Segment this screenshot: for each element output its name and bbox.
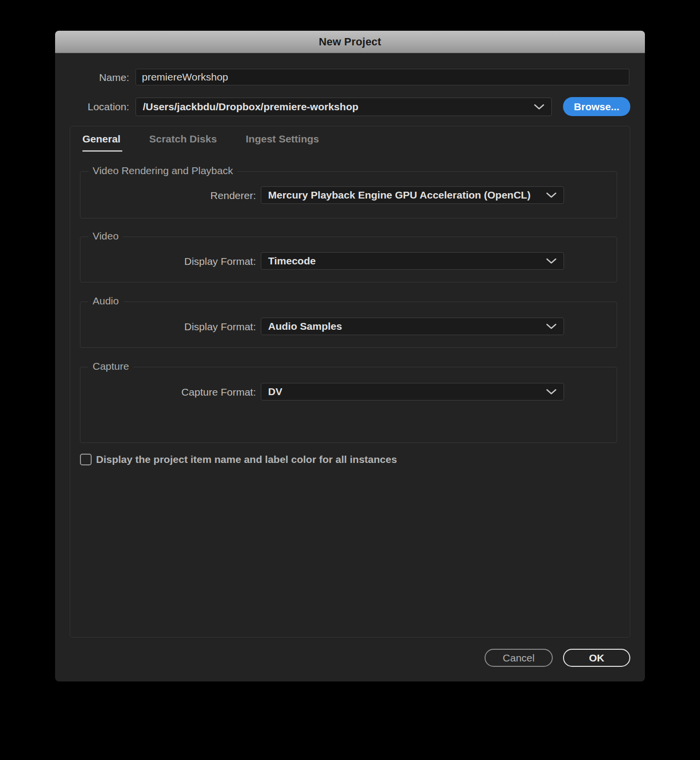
capture-format-label: Capture Format:: [80, 386, 256, 398]
chevron-down-icon: [546, 323, 557, 329]
tab-panel: General Scratch Disks Ingest Settings Vi…: [70, 126, 630, 638]
titlebar[interactable]: New Project: [55, 31, 645, 53]
video-display-format-dropdown[interactable]: Timecode: [261, 252, 564, 270]
section-legend: Audio: [88, 295, 123, 307]
tab-ingest-settings[interactable]: Ingest Settings: [246, 133, 319, 145]
location-value: /Users/jackbdu/Dropbox/premiere-workshop: [143, 101, 358, 113]
ok-button[interactable]: OK: [563, 649, 630, 667]
capture-format-dropdown[interactable]: DV: [261, 383, 564, 400]
location-label: Location:: [55, 101, 129, 113]
location-dropdown[interactable]: /Users/jackbdu/Dropbox/premiere-workshop: [136, 98, 552, 116]
section-audio: Audio Display Format: Audio Samples: [80, 301, 617, 348]
display-instances-option: Display the project item name and label …: [80, 454, 397, 465]
cancel-button[interactable]: Cancel: [485, 649, 553, 667]
new-project-dialog: New Project Name: Location: /Users/jackb…: [55, 31, 645, 681]
audio-display-format-dropdown[interactable]: Audio Samples: [261, 318, 564, 335]
audio-display-format-value: Audio Samples: [268, 320, 342, 332]
display-instances-checkbox[interactable]: [80, 454, 92, 465]
chevron-down-icon: [534, 104, 544, 110]
name-label: Name:: [55, 72, 129, 83]
video-display-format-label: Display Format:: [80, 256, 256, 267]
display-instances-label: Display the project item name and label …: [96, 454, 397, 465]
renderer-label: Renderer:: [80, 190, 256, 201]
section-legend: Video: [88, 230, 123, 242]
tab-scratch-disks[interactable]: Scratch Disks: [149, 133, 217, 145]
video-display-format-value: Timecode: [268, 255, 316, 267]
audio-display-format-label: Display Format:: [80, 321, 256, 333]
section-legend: Capture: [88, 360, 134, 372]
section-capture: Capture Capture Format: DV: [80, 367, 617, 443]
capture-format-value: DV: [268, 386, 282, 398]
active-tab-underline: [82, 150, 122, 152]
chevron-down-icon: [546, 389, 557, 395]
renderer-dropdown[interactable]: Mercury Playback Engine GPU Acceleration…: [261, 186, 564, 204]
section-video: Video Display Format: Timecode: [80, 237, 617, 282]
chevron-down-icon: [546, 192, 557, 198]
renderer-value: Mercury Playback Engine GPU Acceleration…: [268, 189, 530, 201]
section-video-rendering: Video Rendering and Playback Renderer: M…: [80, 171, 617, 219]
section-legend: Video Rendering and Playback: [88, 165, 237, 177]
dialog-title: New Project: [319, 36, 381, 48]
browse-button[interactable]: Browse...: [563, 97, 630, 116]
tab-general[interactable]: General: [82, 133, 120, 145]
chevron-down-icon: [546, 258, 557, 264]
name-input[interactable]: [136, 69, 629, 85]
